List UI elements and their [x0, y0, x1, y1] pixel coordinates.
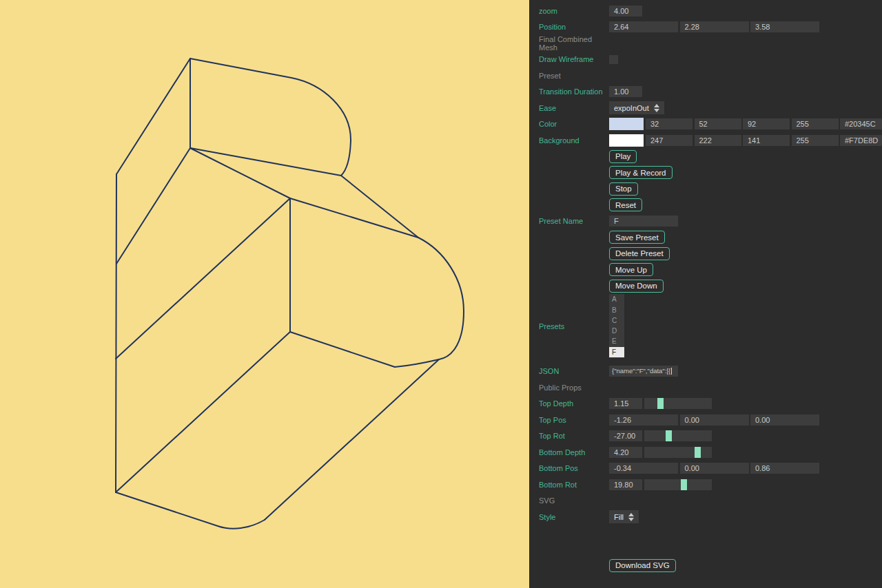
bottom-pos-label: Bottom Pos: [539, 464, 609, 472]
top-depth-input[interactable]: 1.15: [609, 398, 642, 409]
row-preset-name: Preset Name F: [529, 213, 882, 230]
ease-select[interactable]: expoInOut: [609, 101, 664, 114]
row-style: Style Fill: [529, 509, 882, 525]
play-record-button[interactable]: Play & Record: [609, 166, 673, 179]
style-select[interactable]: Fill: [609, 510, 639, 523]
preset-option-AB[interactable]: AB: [609, 357, 624, 358]
background-swatch[interactable]: [609, 134, 644, 147]
background-b-input[interactable]: 141: [743, 135, 790, 146]
bottom-pos-y-input[interactable]: 0.00: [680, 463, 749, 474]
preset-name-label: Preset Name: [539, 217, 609, 225]
json-label: JSON: [539, 367, 609, 375]
color-a-input[interactable]: 255: [792, 118, 839, 129]
public-props-label: Public Props: [539, 384, 609, 392]
preset-option-C[interactable]: C: [609, 315, 624, 326]
top-rot-slider[interactable]: [644, 430, 712, 441]
render-canvas[interactable]: [0, 0, 529, 588]
top-rot-slider-handle[interactable]: [666, 430, 672, 441]
bottom-rot-input[interactable]: 19.80: [609, 479, 642, 490]
position-x-input[interactable]: 2.64: [609, 21, 678, 32]
preset-option-D[interactable]: D: [609, 326, 624, 336]
play-button[interactable]: Play: [609, 150, 637, 163]
move-down-button[interactable]: Move Down: [609, 280, 664, 293]
download-svg-button[interactable]: Download SVG: [609, 559, 676, 572]
control-panel: zoom 4.00 Position 2.64 2.28 3.58 Final …: [529, 0, 882, 588]
top-depth-slider[interactable]: [644, 398, 712, 409]
preset-option-F[interactable]: F: [609, 347, 624, 357]
ease-label: Ease: [539, 104, 609, 112]
color-hex-input[interactable]: #20345C: [840, 118, 882, 129]
bottom-rot-slider-handle[interactable]: [681, 479, 687, 490]
section-preset: Preset: [529, 67, 882, 84]
row-bottom-pos: Bottom Pos -0.34 0.00 0.86: [529, 461, 882, 477]
preset-name-input[interactable]: F: [609, 216, 678, 227]
color-b-input[interactable]: 92: [743, 118, 790, 129]
delete-preset-button[interactable]: Delete Preset: [609, 247, 670, 260]
bottom-pos-x-input[interactable]: -0.34: [609, 463, 678, 474]
wireframe-letter-drawing: [0, 0, 529, 588]
bottom-pos-z-input[interactable]: 0.86: [750, 463, 819, 474]
bottom-depth-slider[interactable]: [644, 447, 712, 458]
background-label: Background: [539, 136, 609, 145]
background-r-input[interactable]: 247: [646, 135, 693, 146]
transition-duration-label: Transition Duration: [539, 87, 609, 96]
style-label: Style: [539, 513, 609, 521]
reset-button[interactable]: Reset: [609, 198, 642, 211]
draw-wireframe-checkbox[interactable]: [609, 55, 618, 64]
section-svg: SVG: [529, 493, 882, 510]
color-r-input[interactable]: 32: [646, 118, 693, 129]
bottom-depth-input[interactable]: 4.20: [609, 447, 642, 458]
style-select-value: Fill: [614, 513, 624, 521]
preset-option-B[interactable]: B: [609, 305, 624, 315]
top-pos-z-input[interactable]: 0.00: [750, 414, 819, 426]
section-final-combined-mesh: Final Combined Mesh: [529, 35, 882, 52]
transition-duration-input[interactable]: 1.00: [609, 86, 642, 97]
row-top-depth: Top Depth 1.15: [529, 396, 882, 412]
row-zoom: zoom 4.00: [529, 3, 882, 19]
top-pos-label: Top Pos: [539, 416, 609, 424]
text-caret: [671, 368, 672, 375]
background-a-input[interactable]: 255: [792, 135, 839, 146]
background-g-input[interactable]: 222: [695, 135, 741, 146]
top-depth-label: Top Depth: [539, 399, 609, 408]
row-json: JSON {"name":"F","data":[{: [529, 364, 882, 380]
bottom-depth-slider-handle[interactable]: [695, 447, 701, 458]
color-label: Color: [539, 120, 609, 128]
row-ease: Ease expoInOut: [529, 100, 882, 116]
row-top-rot: Top Rot -27.00: [529, 428, 882, 445]
top-pos-y-input[interactable]: 0.00: [680, 414, 749, 426]
bottom-depth-label: Bottom Depth: [539, 448, 609, 456]
preset-option-E[interactable]: E: [609, 336, 624, 346]
select-stepper-icon: [628, 513, 634, 521]
section-public-props: Public Props: [529, 379, 882, 396]
top-rot-label: Top Rot: [539, 432, 609, 440]
move-up-button[interactable]: Move Up: [609, 263, 653, 276]
position-z-input[interactable]: 3.58: [750, 21, 819, 32]
zoom-label: zoom: [539, 7, 609, 15]
row-position: Position 2.64 2.28 3.58: [529, 19, 882, 36]
position-y-input[interactable]: 2.28: [680, 21, 749, 32]
bottom-rot-label: Bottom Rot: [539, 481, 609, 489]
bottom-rot-slider[interactable]: [644, 479, 712, 490]
ease-select-value: expoInOut: [614, 104, 649, 112]
top-pos-x-input[interactable]: -1.26: [609, 414, 678, 426]
draw-wireframe-label: Draw Wireframe: [539, 55, 609, 63]
row-color: Color 32 52 92 255 #20345C: [529, 116, 882, 133]
row-presets: Presets ABCDEFAB: [529, 294, 882, 359]
background-hex-input[interactable]: #F7DE8D: [840, 135, 882, 146]
presets-label: Presets: [539, 322, 609, 330]
final-combined-mesh-label: Final Combined Mesh: [539, 35, 609, 52]
top-depth-slider-handle[interactable]: [657, 398, 664, 409]
row-bottom-rot: Bottom Rot 19.80: [529, 476, 882, 493]
save-preset-button[interactable]: Save Preset: [609, 231, 665, 244]
presets-listbox[interactable]: ABCDEFAB: [609, 294, 624, 358]
top-rot-input[interactable]: -27.00: [609, 430, 642, 441]
preset-option-A[interactable]: A: [609, 294, 624, 304]
row-background: Background 247 222 141 255 #F7DE8D: [529, 132, 882, 149]
color-g-input[interactable]: 52: [695, 118, 741, 129]
zoom-input[interactable]: 4.00: [609, 6, 642, 17]
json-input[interactable]: {"name":"F","data":[{: [609, 366, 678, 377]
color-swatch[interactable]: [609, 118, 644, 130]
stop-button[interactable]: Stop: [609, 182, 638, 196]
row-bottom-depth: Bottom Depth 4.20: [529, 444, 882, 461]
